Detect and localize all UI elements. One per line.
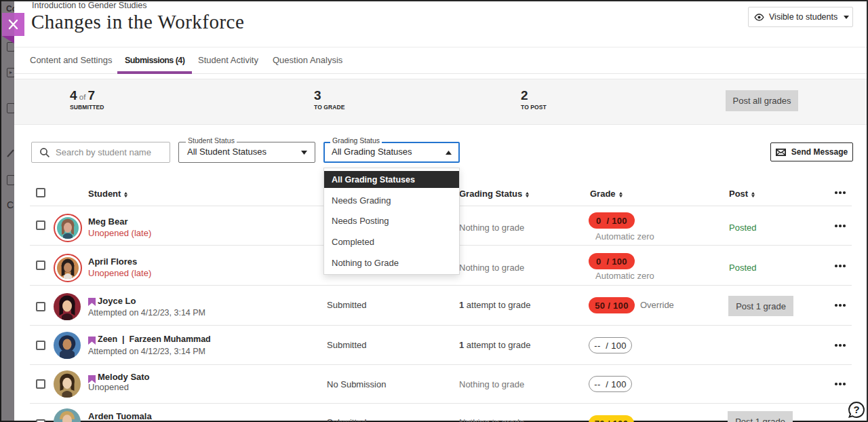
svg-text:?: ?: [853, 404, 859, 415]
